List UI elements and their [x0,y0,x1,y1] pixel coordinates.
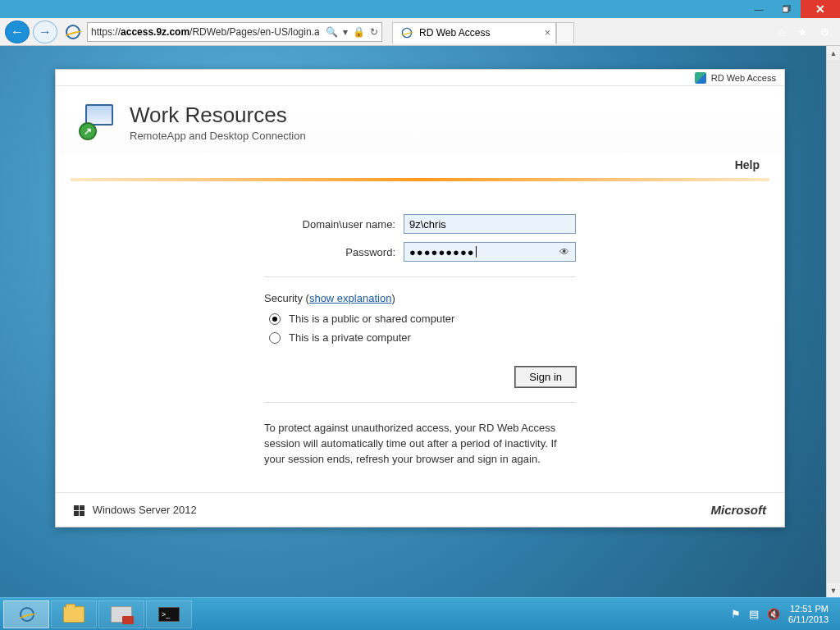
help-link[interactable]: Help [735,158,760,171]
action-center-icon[interactable]: ⚑ [731,608,741,620]
cmd-icon: >_ [158,607,180,622]
server-manager-icon [111,606,132,623]
card-footer: Windows Server 2012 Microsoft [56,492,784,527]
ie-icon [20,607,34,622]
security-heading: Security (show explanation) [264,292,576,304]
rd-web-access-icon [695,72,706,84]
microsoft-logo: Microsoft [711,503,767,517]
browser-tab-active[interactable]: RD Web Access × [392,22,556,43]
password-field[interactable]: ●●●●●●●●● 👁 [404,242,576,262]
browser-toolbar: ← → https://access.9z.com/RDWeb/Pages/en… [0,18,840,46]
new-tab-button[interactable] [556,22,574,43]
taskbar: >_ ⚑ ▤ 🔇 12:51 PM 6/11/2013 [0,597,840,630]
divider [264,276,576,277]
radio-private-label: This is a private computer [289,331,411,344]
footer-product: Windows Server 2012 [74,504,197,516]
radio-public-icon [269,313,281,325]
arrow-left-icon: ← [11,25,24,39]
password-label: Password: [264,246,404,258]
page-subtitle: RemoteApp and Desktop Connection [130,130,306,142]
taskbar-date: 6/11/2013 [788,614,829,625]
radio-public-label: This is a public or shared computer [289,313,454,325]
rd-web-access-link[interactable]: RD Web Access [711,73,776,83]
taskbar-ie-button[interactable] [3,600,49,628]
favorites-icon[interactable]: ★ [797,25,808,39]
taskbar-explorer-button[interactable] [51,600,97,628]
window-titlebar: — ✕ [0,0,840,18]
scrollbar-vertical[interactable]: ▲ ▼ [826,46,840,597]
scroll-down-icon[interactable]: ▼ [827,583,840,597]
tab-close-button[interactable]: × [545,27,550,39]
svg-rect-1 [783,7,788,12]
arrow-right-icon: → [39,25,52,39]
window-minimize-button[interactable]: — [745,0,773,18]
taskbar-time: 12:51 PM [788,604,829,614]
taskbar-cmd-button[interactable]: >_ [146,600,192,628]
address-url: https://access.9z.com/RDWeb/Pages/en-US/… [91,26,319,38]
card-header: ↗ Work Resources RemoteApp and Desktop C… [56,86,784,153]
username-label: Domain\user name: [264,218,404,231]
divider [264,402,576,403]
work-resources-icon: ↗ [79,104,118,140]
restore-icon [783,5,791,13]
search-mode-icon[interactable]: 🔍 [326,26,338,38]
security-option-private[interactable]: This is a private computer [269,331,576,344]
browser-tabstrip: RD Web Access × [392,21,574,43]
window-close-button[interactable]: ✕ [801,0,840,18]
ie-logo-icon [66,25,80,39]
refresh-icon[interactable]: ↻ [370,26,378,38]
username-field[interactable]: 9z\chris [404,214,576,234]
folder-icon [63,606,84,623]
login-card: RD Web Access ↗ Work Resources RemoteApp… [55,69,785,527]
tools-gear-icon[interactable]: ⚙ [819,25,830,39]
volume-icon[interactable]: 🔇 [767,608,780,620]
address-bar[interactable]: https://access.9z.com/RDWeb/Pages/en-US/… [87,22,382,42]
taskbar-server-manager-button[interactable] [98,600,144,628]
nav-back-button[interactable]: ← [5,21,30,43]
page-title: Work Resources [130,103,306,128]
sign-in-button[interactable]: Sign in [515,367,576,387]
lock-icon[interactable]: 🔒 [353,26,365,38]
windows-flag-icon [74,505,84,516]
timeout-disclaimer: To protect against unauthorized access, … [264,421,576,468]
window-restore-button[interactable] [773,0,801,18]
network-icon[interactable]: ▤ [749,608,759,620]
security-option-public[interactable]: This is a public or shared computer [269,313,576,325]
scroll-up-icon[interactable]: ▲ [827,46,840,60]
tab-title: RD Web Access [419,27,490,39]
nav-forward-button[interactable]: → [33,21,57,43]
radio-private-icon [269,332,281,344]
taskbar-clock[interactable]: 12:51 PM 6/11/2013 [788,604,829,624]
reveal-password-icon[interactable]: 👁 [559,246,570,258]
browser-viewport: RD Web Access ↗ Work Resources RemoteApp… [0,46,840,597]
card-top-link-bar: RD Web Access [56,70,784,86]
home-icon[interactable]: ⌂ [779,25,786,39]
system-tray: ⚑ ▤ 🔇 12:51 PM 6/11/2013 [731,604,837,624]
tab-favicon-icon [402,28,413,39]
show-explanation-link[interactable]: show explanation [309,292,391,304]
